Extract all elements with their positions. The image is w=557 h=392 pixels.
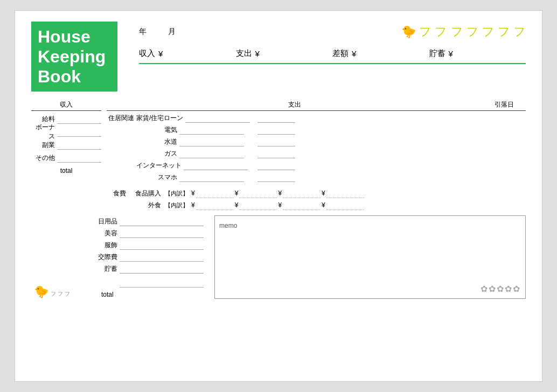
savings-label: 貯蓄 — [96, 264, 120, 274]
housing-line-0[interactable] — [185, 113, 250, 123]
deduction-date-0 — [257, 112, 301, 124]
header-right: 年 月 🐤 フ フ フ フ フ フ フ 収入 ¥ 支出 ¥ 差額 ¥ — [117, 22, 526, 64]
housing-area: 住居関連 家賃/住宅ローン 電気 水道 — [107, 112, 526, 183]
food-yen-label-0d: ¥ — [321, 190, 326, 197]
housing-line-5[interactable] — [179, 172, 244, 182]
fashion-line[interactable] — [120, 240, 204, 250]
memo-box: memo ✿✿✿✿✿ — [214, 215, 526, 299]
expense-summary-label: 支出 — [236, 48, 252, 59]
salary-line[interactable] — [57, 114, 101, 124]
expense-summary-yen: ¥ — [255, 49, 260, 58]
housing-row-2: 水道 — [107, 136, 257, 148]
housing-sub-0: 家賃/住宅ローン — [136, 114, 185, 123]
housing-sub-4: インターネット — [136, 161, 184, 170]
other-income-label: その他 — [31, 153, 57, 163]
income-summary-label: 収入 — [139, 48, 155, 59]
food-row-0: 食費 食品購入 【内訳】 ¥ ¥ ¥ ¥ — [107, 187, 364, 199]
bird-bottom-icon: 🐤 — [34, 285, 48, 298]
date-row: 年 月 🐤 フ フ フ フ フ フ フ — [139, 22, 526, 40]
food-line-1a[interactable] — [196, 200, 234, 210]
social-label: 交際費 — [96, 253, 120, 262]
expense-summary: 支出 ¥ — [236, 48, 333, 59]
expense-section-header: 支出 — [107, 100, 483, 109]
other-expense-rows: 日用品 美容 服飾 交際費 貯蓄 — [96, 215, 204, 298]
income-summary: 収入 ¥ — [139, 48, 236, 59]
food-line-1d[interactable] — [326, 200, 364, 210]
food-line-0b[interactable] — [239, 188, 277, 198]
year-label: 年 — [139, 27, 147, 37]
housing-row-3: ガス — [107, 148, 257, 159]
other-row-savings: 貯蓄 — [96, 263, 204, 275]
food-rows: 食費 食品購入 【内訳】 ¥ ¥ ¥ ¥ — [107, 187, 364, 211]
food-sub-0: 食品購入 — [128, 189, 163, 198]
income-total: total — [31, 165, 101, 174]
food-naiyaku-1: 【内訳】 — [163, 201, 190, 209]
other-income-line[interactable] — [57, 153, 101, 163]
extra-line[interactable] — [120, 278, 204, 288]
deduction-date-5 — [257, 171, 301, 183]
daily-line[interactable] — [120, 216, 204, 226]
housing-sub-3: ガス — [136, 149, 179, 158]
other-row-fashion: 服飾 — [96, 239, 204, 251]
deduction-date-1 — [257, 124, 301, 136]
other-row-daily: 日用品 — [96, 215, 204, 227]
bonus-line[interactable] — [57, 127, 101, 137]
other-row-extra — [96, 277, 204, 289]
food-row-1: 外食 【内訳】 ¥ ¥ ¥ ¥ — [107, 199, 364, 211]
food-line-0d[interactable] — [326, 188, 364, 198]
beauty-line[interactable] — [120, 228, 204, 238]
savings-line[interactable] — [120, 264, 204, 274]
food-yen-label-1d: ¥ — [321, 201, 326, 209]
housing-line-1[interactable] — [179, 125, 244, 135]
housing-line-3[interactable] — [179, 149, 244, 158]
savings-summary-yen: ¥ — [449, 49, 453, 58]
housing-cat-label: 住居関連 — [107, 114, 136, 123]
food-cat-label: 食費 — [107, 189, 128, 198]
deduction-date-3 — [257, 148, 301, 159]
food-line-1b[interactable] — [239, 200, 277, 210]
logo-box: House Keeping Book — [31, 22, 117, 92]
housing-row-4: インターネット — [107, 159, 257, 171]
main-table: 収入 給料 ボーナス 副業 その他 total 支出 — [31, 100, 526, 211]
housing-line-2[interactable] — [179, 137, 244, 146]
diff-summary-yen: ¥ — [352, 49, 356, 58]
food-yen-label-0b: ¥ — [234, 190, 240, 197]
food-line-1c[interactable] — [283, 200, 321, 210]
housing-row-0: 住居関連 家賃/住宅ローン — [107, 112, 257, 124]
income-row-side: 副業 — [31, 139, 101, 151]
food-yen-label-0: ¥ — [190, 190, 196, 197]
side-label: 副業 — [31, 141, 57, 150]
social-line[interactable] — [120, 252, 204, 262]
side-line[interactable] — [57, 140, 101, 150]
savings-summary-label: 貯蓄 — [429, 48, 445, 59]
expense-deduction-area: 支出 引落日 住居関連 家賃/住宅ローン 電気 — [101, 100, 526, 211]
income-row-other: その他 — [31, 152, 101, 164]
food-sub-1: 外食 — [128, 201, 163, 210]
housing-sub-5: スマホ — [136, 173, 179, 182]
daily-label: 日用品 — [96, 217, 120, 226]
summary-row: 収入 ¥ 支出 ¥ 差額 ¥ 貯蓄 ¥ — [139, 48, 526, 64]
deduction-date-2 — [257, 136, 301, 148]
header: House Keeping Book 年 月 🐤 フ フ フ フ フ フ フ 収… — [31, 22, 526, 92]
fashion-label: 服飾 — [96, 241, 120, 250]
housing-line-4[interactable] — [184, 160, 248, 170]
deduction-date-4 — [257, 159, 301, 171]
food-yen-label-1b: ¥ — [234, 201, 240, 209]
salary-label: 給料 — [31, 115, 57, 124]
memo-label: memo — [219, 222, 237, 229]
housing-row-5: スマホ — [107, 171, 257, 183]
food-yen-label-1a: ¥ — [190, 201, 196, 209]
other-expenses-area: 日用品 美容 服飾 交際費 貯蓄 — [31, 215, 204, 299]
month-label: 月 — [168, 27, 176, 37]
bottom-section: 日用品 美容 服飾 交際費 貯蓄 — [31, 215, 526, 299]
diff-summary: 差額 ¥ — [332, 48, 429, 59]
bird-decoration: 🐤 フ フ フ フ フ フ フ — [401, 24, 526, 40]
food-line-0a[interactable] — [196, 188, 234, 198]
housing-sub-2: 水道 — [136, 137, 179, 146]
other-row-beauty: 美容 — [96, 227, 204, 239]
food-line-0c[interactable] — [283, 188, 321, 198]
bird-bottom: 🐤 フ フ フ — [34, 285, 70, 299]
food-section: 食費 食品購入 【内訳】 ¥ ¥ ¥ ¥ — [107, 187, 526, 211]
expense-header: 支出 引落日 — [107, 100, 526, 111]
diff-summary-label: 差額 — [332, 48, 349, 59]
